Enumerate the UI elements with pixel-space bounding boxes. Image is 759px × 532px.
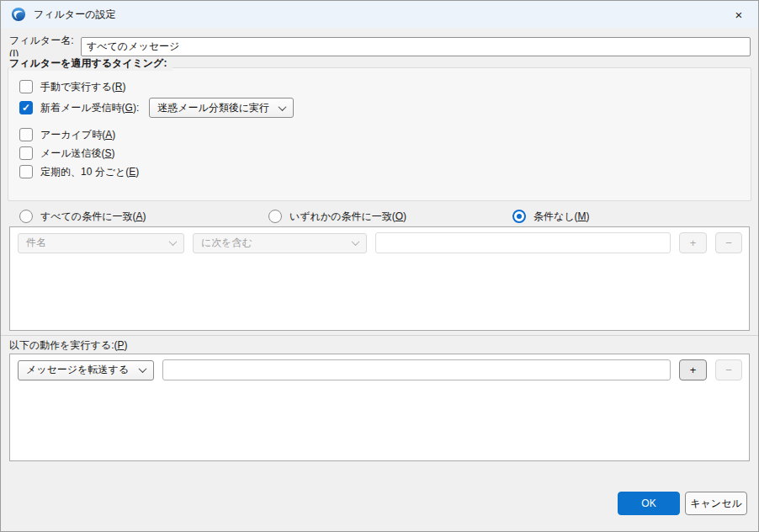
add-condition-button: + [679, 232, 707, 253]
thunderbird-icon [11, 7, 26, 22]
filter-name-row: フィルター名:(I) [9, 37, 751, 56]
radio-icon [19, 210, 33, 223]
checkbox-manual-run[interactable]: ✓ [19, 80, 33, 93]
window-title: フィルターの設定 [34, 8, 115, 22]
timing-row-new-mail: ✓ 新着メール受信時(G): 迷惑メール分類後に実行 [19, 98, 294, 118]
titlebar[interactable]: フィルターの設定 × [1, 1, 758, 28]
close-icon[interactable]: × [719, 1, 758, 28]
timing-row-archive: ✓ アーカイブ時(A) [19, 125, 115, 145]
action-value-input[interactable] [162, 359, 671, 380]
filter-settings-dialog: フィルターの設定 × フィルター名:(I) フィルターを適用するタイミング: ✓… [0, 0, 759, 532]
checkbox-label: 新着メール受信時(G): [40, 101, 139, 115]
checkbox-periodically[interactable]: ✓ [19, 165, 33, 178]
timing-row-manual: ✓ 手動で実行する(R) [19, 77, 126, 97]
remove-action-button: − [715, 359, 742, 380]
radio-label: すべての条件に一致(A) [40, 210, 146, 224]
dropdown-value: 迷惑メール分類後に実行 [157, 101, 269, 115]
conditions-list: 件名 に次を含む + − [9, 226, 750, 331]
dropdown-value: に次を含む [201, 236, 252, 250]
condition-operator-dropdown: に次を含む [193, 233, 367, 253]
chevron-down-icon [279, 103, 287, 111]
radio-icon [268, 210, 282, 223]
checkbox-label: アーカイブ時(A) [40, 128, 115, 142]
remove-condition-button: − [715, 232, 742, 253]
dropdown-value: メッセージを転送する [26, 363, 129, 377]
section-divider [1, 335, 758, 336]
action-type-dropdown[interactable]: メッセージを転送する [18, 360, 154, 380]
add-action-button[interactable]: + [679, 359, 707, 380]
ok-button[interactable]: OK [618, 492, 680, 515]
cancel-button[interactable]: キャンセル [685, 492, 747, 515]
checkbox-after-sending[interactable]: ✓ [19, 146, 33, 160]
chevron-down-icon [139, 364, 147, 373]
filter-name-input[interactable] [81, 37, 751, 56]
actions-label: 以下の動作を実行する:(P) [9, 338, 127, 353]
timing-row-after-send: ✓ メール送信後(S) [19, 143, 115, 163]
actions-list: メッセージを転送する + − [9, 354, 750, 461]
dropdown-value: 件名 [26, 236, 46, 250]
condition-attribute-dropdown: 件名 [18, 233, 184, 253]
radio-icon [512, 210, 526, 223]
match-options-row: すべての条件に一致(A) いずれかの条件に一致(O) 条件なし(M) [1, 208, 758, 225]
checkbox-label: 手動で実行する(R) [40, 80, 126, 94]
chevron-down-icon [169, 237, 178, 246]
timing-legend: フィルターを適用するタイミング: [9, 56, 172, 71]
checkbox-archiving[interactable]: ✓ [19, 128, 33, 141]
radio-match-any[interactable]: いずれかの条件に一致(O) [268, 208, 406, 225]
radio-label: いずれかの条件に一致(O) [289, 210, 406, 224]
chevron-down-icon [352, 237, 360, 246]
radio-label: 条件なし(M) [533, 210, 590, 224]
checkbox-label: 定期的、10 分ごと(E) [40, 165, 139, 179]
action-row: メッセージを転送する + − [10, 354, 749, 380]
checkbox-new-mail[interactable]: ✓ [19, 101, 33, 114]
checkbox-label: メール送信後(S) [40, 146, 115, 161]
timing-row-periodic: ✓ 定期的、10 分ごと(E) [19, 162, 139, 182]
condition-row: 件名 に次を含む + − [10, 227, 749, 253]
junk-stage-dropdown[interactable]: 迷惑メール分類後に実行 [149, 98, 294, 118]
radio-match-all[interactable]: すべての条件に一致(A) [19, 208, 146, 225]
check-icon: ✓ [22, 103, 30, 113]
condition-value-input [375, 232, 671, 253]
radio-match-none[interactable]: 条件なし(M) [512, 208, 590, 225]
